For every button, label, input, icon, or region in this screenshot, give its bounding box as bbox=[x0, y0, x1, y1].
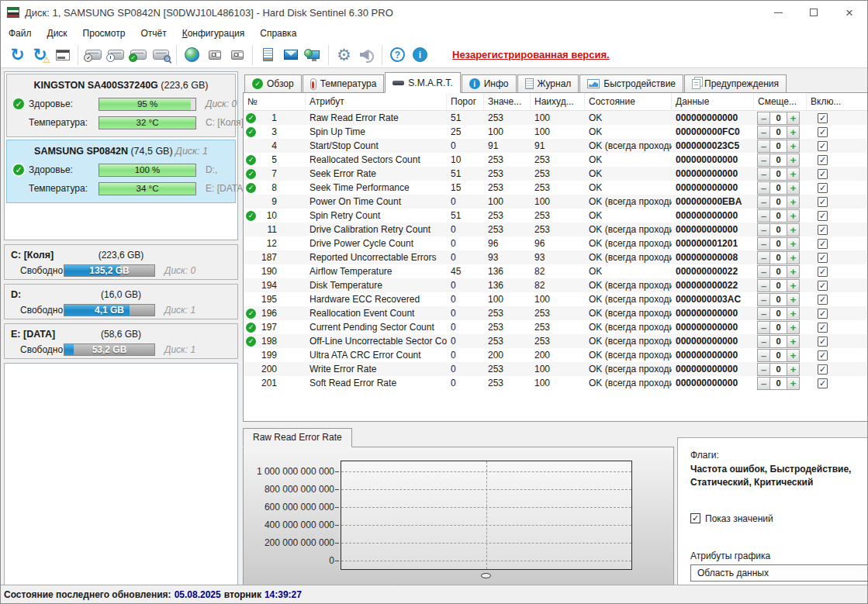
enabled-checkbox[interactable] bbox=[818, 169, 828, 179]
offset-increase-button[interactable]: + bbox=[787, 293, 800, 306]
tab-thermo[interactable]: Температура bbox=[303, 74, 385, 92]
mail-button[interactable] bbox=[279, 44, 302, 66]
column-header[interactable]: Значе... bbox=[484, 93, 531, 110]
tab-warn[interactable]: Предупреждения bbox=[684, 74, 787, 92]
table-row[interactable]: ✓7Seek Error Rate51253253OK000000000000–… bbox=[244, 167, 868, 181]
unregistered-version-link[interactable]: Незарегистрированная версия. bbox=[452, 49, 610, 60]
tab-journal[interactable]: Журнал bbox=[517, 74, 579, 92]
graph-attributes-select[interactable]: Область данных bbox=[690, 564, 868, 582]
table-row[interactable]: 195Hardware ECC Recovered0100100OK (всег… bbox=[244, 292, 868, 306]
offset-increase-button[interactable]: + bbox=[787, 349, 800, 362]
offset-increase-button[interactable]: + bbox=[787, 321, 800, 334]
column-header[interactable]: Порог bbox=[447, 93, 484, 110]
network-button[interactable] bbox=[302, 44, 324, 66]
column-header[interactable]: Атрибут bbox=[306, 93, 447, 110]
table-row[interactable]: 200Write Error Rate0253100OK (всегда про… bbox=[244, 362, 868, 376]
offset-decrease-button[interactable]: – bbox=[757, 321, 770, 334]
table-row[interactable]: ✓197Current Pending Sector Count0253253O… bbox=[244, 320, 868, 334]
enabled-checkbox[interactable] bbox=[818, 155, 828, 165]
offset-decrease-button[interactable]: – bbox=[757, 140, 770, 153]
table-row[interactable]: 187Reported Uncorrectable Errors09393OK … bbox=[244, 250, 868, 264]
enabled-checkbox[interactable] bbox=[818, 281, 828, 291]
offset-decrease-button[interactable]: – bbox=[757, 209, 770, 223]
partition-card[interactable]: C: [Коля](223,6 GB)Свободно135,2 GBДиск:… bbox=[4, 244, 238, 280]
table-row[interactable]: 194Disk Temperature013682OK (всегда прох… bbox=[244, 278, 868, 292]
tab-overview[interactable]: Обзор bbox=[244, 74, 302, 92]
offset-decrease-button[interactable]: – bbox=[757, 181, 770, 195]
menu-справка[interactable]: Справка bbox=[252, 26, 304, 41]
tab-perf[interactable]: Быстродействие bbox=[579, 74, 683, 92]
menu-диск[interactable]: Диск bbox=[40, 26, 75, 41]
offset-decrease-button[interactable]: – bbox=[757, 279, 770, 292]
menu-просмотр[interactable]: Просмотр bbox=[75, 26, 133, 41]
offset-increase-button[interactable]: + bbox=[787, 223, 800, 236]
enabled-checkbox[interactable] bbox=[818, 295, 828, 305]
enabled-checkbox[interactable] bbox=[818, 141, 828, 151]
table-row[interactable]: ✓8Seek Time Performance15253253OK0000000… bbox=[244, 181, 868, 195]
enabled-checkbox[interactable] bbox=[818, 267, 828, 277]
table-row[interactable]: ✓1Raw Read Error Rate51253100OK000000000… bbox=[244, 111, 868, 125]
offset-increase-button[interactable]: + bbox=[787, 279, 800, 292]
offset-increase-button[interactable]: + bbox=[787, 335, 800, 348]
offset-decrease-button[interactable]: – bbox=[757, 126, 770, 139]
help-button[interactable] bbox=[386, 44, 409, 66]
enabled-checkbox[interactable] bbox=[818, 239, 828, 249]
offset-decrease-button[interactable]: – bbox=[757, 335, 770, 348]
enabled-checkbox[interactable] bbox=[818, 183, 828, 193]
offset-decrease-button[interactable]: – bbox=[757, 307, 770, 320]
offset-decrease-button[interactable]: – bbox=[757, 112, 770, 125]
offset-decrease-button[interactable]: – bbox=[757, 349, 770, 362]
offset-increase-button[interactable]: + bbox=[787, 307, 800, 320]
offset-decrease-button[interactable]: – bbox=[757, 293, 770, 306]
tab-smart[interactable]: S.M.A.R.T. bbox=[385, 72, 460, 93]
disk-clock-button[interactable] bbox=[105, 44, 127, 66]
enabled-checkbox[interactable] bbox=[818, 309, 828, 319]
graph-tab[interactable]: Raw Read Error Rate bbox=[243, 428, 352, 447]
table-row[interactable]: 12Drive Power Cycle Count09696OK (всегда… bbox=[244, 236, 868, 250]
table-row[interactable]: ✓3Spin Up Time25100100OK000000000FC0–0+ bbox=[244, 125, 868, 139]
enabled-checkbox[interactable] bbox=[818, 113, 828, 123]
offset-increase-button[interactable]: + bbox=[787, 363, 800, 376]
menu-отчёт[interactable]: Отчёт bbox=[133, 26, 174, 41]
enabled-checkbox[interactable] bbox=[818, 211, 828, 221]
offset-increase-button[interactable]: + bbox=[787, 251, 800, 264]
offset-decrease-button[interactable]: – bbox=[757, 265, 770, 278]
enabled-checkbox[interactable] bbox=[818, 337, 828, 347]
offset-increase-button[interactable]: + bbox=[787, 112, 800, 125]
offset-decrease-button[interactable]: – bbox=[757, 167, 770, 181]
table-row[interactable]: 201Soft Read Error Rate0253100OK (всегда… bbox=[244, 376, 868, 390]
enabled-checkbox[interactable] bbox=[818, 197, 828, 207]
enabled-checkbox[interactable] bbox=[818, 364, 828, 374]
enabled-checkbox[interactable] bbox=[818, 378, 828, 388]
show-values-checkbox[interactable] bbox=[690, 513, 700, 523]
table-row[interactable]: 9Power On Time Count0100100OK (всегда пр… bbox=[244, 195, 868, 209]
offset-increase-button[interactable]: + bbox=[787, 195, 800, 209]
sound-button[interactable] bbox=[355, 44, 378, 66]
offset-decrease-button[interactable]: – bbox=[757, 223, 770, 236]
table-row[interactable]: 190Airflow Temperature4513682OK000000000… bbox=[244, 264, 868, 278]
offset-decrease-button[interactable]: – bbox=[757, 363, 770, 376]
close-button[interactable]: × bbox=[832, 1, 867, 24]
offset-increase-button[interactable]: + bbox=[787, 140, 800, 153]
column-header[interactable]: Состояние bbox=[585, 93, 672, 110]
offset-decrease-button[interactable]: – bbox=[757, 377, 770, 390]
column-header[interactable]: Смеще... bbox=[754, 93, 807, 110]
table-row[interactable]: ✓10Spin Retry Count51253253OK00000000000… bbox=[244, 209, 868, 223]
settings-button[interactable] bbox=[333, 44, 355, 66]
tab-info[interactable]: Инфо bbox=[462, 74, 517, 92]
table-row[interactable]: ✓198Off-Line Uncorrectable Sector Count0… bbox=[244, 334, 868, 348]
report-button[interactable] bbox=[51, 44, 74, 66]
plug-in-button[interactable] bbox=[203, 44, 226, 66]
offset-increase-button[interactable]: + bbox=[787, 154, 800, 167]
table-row[interactable]: ✓5Reallocated Sectors Count10253253OK000… bbox=[244, 153, 868, 167]
table-row[interactable]: 4Start/Stop Count09191OK (всегда проходи… bbox=[244, 139, 868, 153]
column-header[interactable]: № bbox=[244, 93, 306, 110]
disk-gauge-button[interactable] bbox=[82, 44, 105, 66]
partition-card[interactable]: D:(16,0 GB)Свободно4,1 GBДиск: 1 bbox=[4, 284, 238, 319]
table-row[interactable]: 199Ultra ATA CRC Error Count0200200OK (в… bbox=[244, 348, 868, 362]
offset-increase-button[interactable]: + bbox=[787, 265, 800, 278]
info-round-button[interactable] bbox=[409, 44, 431, 66]
enabled-checkbox[interactable] bbox=[818, 323, 828, 333]
table-row[interactable]: 11Drive Calibration Retry Count0253253OK… bbox=[244, 223, 868, 236]
graph-slider-handle[interactable] bbox=[481, 573, 491, 578]
